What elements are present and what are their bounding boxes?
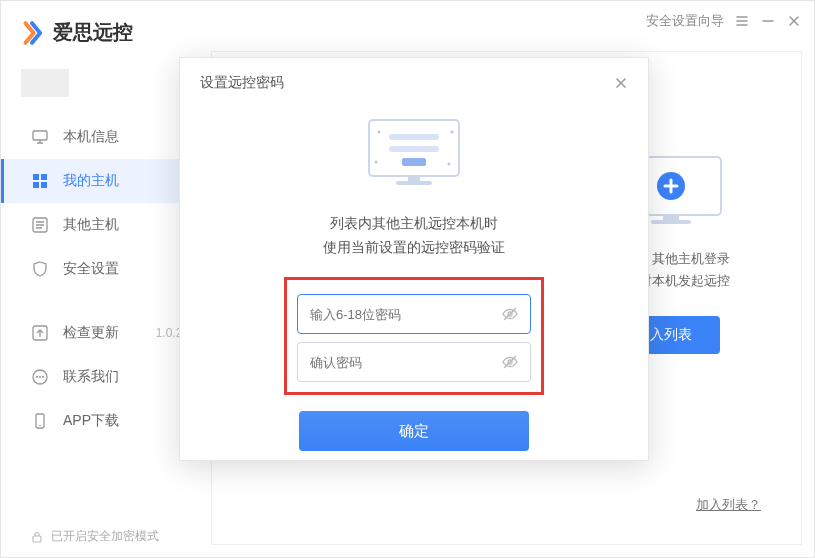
- svg-rect-0: [33, 131, 47, 140]
- confirm-password-input[interactable]: [297, 342, 531, 382]
- sidebar-item-update[interactable]: 检查更新 1.0.29: [1, 311, 201, 355]
- app-logo: 爱思远控: [19, 19, 133, 46]
- sidebar-item-label: 检查更新: [63, 324, 119, 342]
- sidebar-item-label: APP下载: [63, 412, 119, 430]
- upload-icon: [31, 324, 49, 342]
- sidebar-item-app-download[interactable]: APP下载: [1, 399, 201, 443]
- eye-off-icon[interactable]: [501, 305, 519, 323]
- eye-off-icon[interactable]: [501, 353, 519, 371]
- modal-desc-line1: 列表内其他主机远控本机时: [220, 211, 608, 235]
- svg-rect-4: [41, 182, 47, 188]
- svg-rect-1: [33, 174, 39, 180]
- svg-rect-21: [402, 158, 426, 166]
- svg-rect-22: [408, 176, 420, 181]
- list-icon: [31, 216, 49, 234]
- highlighted-fields: [284, 277, 544, 395]
- svg-point-26: [451, 131, 454, 134]
- modal-desc-line2: 使用当前设置的远控密码验证: [220, 235, 608, 259]
- svg-rect-19: [389, 134, 439, 140]
- app-name: 爱思远控: [53, 19, 133, 46]
- svg-rect-2: [41, 174, 47, 180]
- svg-point-27: [375, 161, 378, 164]
- phone-icon: [31, 412, 49, 430]
- join-list-link[interactable]: 加入列表？: [696, 496, 761, 514]
- avatar[interactable]: [21, 69, 69, 97]
- sidebar-item-label: 联系我们: [63, 368, 119, 386]
- grid-icon: [31, 172, 49, 190]
- lock-icon: [31, 531, 43, 543]
- sidebar-item-local-info[interactable]: 本机信息: [1, 115, 201, 159]
- chat-icon: [31, 368, 49, 386]
- sidebar-item-my-hosts[interactable]: 我的主机: [1, 159, 201, 203]
- svg-rect-20: [389, 146, 439, 152]
- modal-title: 设置远控密码: [200, 74, 284, 92]
- sidebar-item-contact[interactable]: 联系我们: [1, 355, 201, 399]
- sidebar-item-other-hosts[interactable]: 其他主机: [1, 203, 201, 247]
- sidebar: 本机信息 我的主机 其他主机 安全设置 检查更新 1.0.29 联系我们 APP…: [1, 61, 201, 558]
- svg-point-10: [42, 376, 44, 378]
- svg-point-12: [39, 425, 41, 427]
- svg-point-8: [36, 376, 38, 378]
- svg-rect-13: [33, 536, 41, 542]
- encryption-status: 已开启安全加密模式: [31, 528, 159, 545]
- sidebar-item-label: 我的主机: [63, 172, 119, 190]
- svg-rect-3: [33, 182, 39, 188]
- close-icon[interactable]: [786, 13, 802, 29]
- modal-close-icon[interactable]: [614, 76, 628, 90]
- svg-point-25: [448, 163, 451, 166]
- sidebar-item-label: 安全设置: [63, 260, 119, 278]
- password-input[interactable]: [297, 294, 531, 334]
- sidebar-item-label: 其他主机: [63, 216, 119, 234]
- security-wizard-link[interactable]: 安全设置向导: [646, 12, 724, 30]
- set-password-modal: 设置远控密码 列表内其他主机远控本机时 使用当前设置的远控密码验证: [179, 57, 649, 461]
- shield-icon: [31, 260, 49, 278]
- sidebar-item-security[interactable]: 安全设置: [1, 247, 201, 291]
- logo-icon: [19, 20, 45, 46]
- menu-icon[interactable]: [734, 13, 750, 29]
- modal-illustration: [354, 114, 474, 199]
- sidebar-item-label: 本机信息: [63, 128, 119, 146]
- monitor-icon: [31, 128, 49, 146]
- svg-point-9: [39, 376, 41, 378]
- confirm-button[interactable]: 确定: [299, 411, 529, 451]
- minimize-icon[interactable]: [760, 13, 776, 29]
- svg-rect-16: [663, 215, 679, 220]
- svg-rect-23: [396, 181, 432, 185]
- svg-rect-17: [651, 220, 691, 224]
- svg-point-24: [378, 131, 381, 134]
